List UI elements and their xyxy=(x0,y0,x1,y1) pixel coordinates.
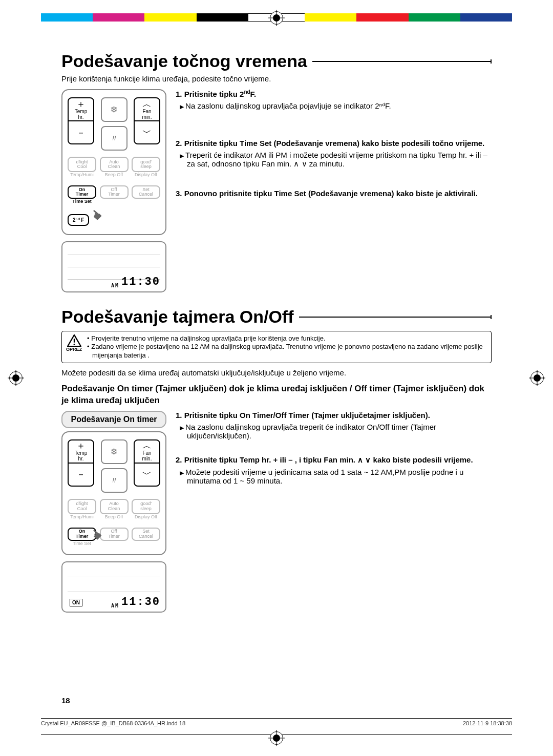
panel-on-timer-label: Podešavanje On timer xyxy=(61,411,166,428)
registration-mark-top xyxy=(270,11,283,25)
lcd-time-value: 11:30 xyxy=(121,596,160,608)
remote-illustration-2: ＋ Temphr. － ❄ 〃 ︿Fanmin. ﹀ xyxy=(61,431,166,555)
lcd-display-1: AM 11:30 xyxy=(61,241,166,292)
caution-label: OPREZ xyxy=(66,347,82,352)
swing-icon: 〃 xyxy=(110,134,119,143)
svg-point-1 xyxy=(73,344,75,345)
auto-clean-button: AutoClean xyxy=(100,499,129,514)
chevron-down-icon: ﹀ xyxy=(142,470,152,479)
auto-clean-button: AutoClean xyxy=(100,157,129,172)
footer-timestamp: 2012-11-9 18:38:38 xyxy=(463,720,512,726)
lcd-am-label: AM xyxy=(111,283,119,288)
mode-button: ❄ xyxy=(101,97,127,122)
temp-plus-button: ＋ Temphr. xyxy=(68,97,94,121)
temp-minus-button: － xyxy=(68,121,94,144)
page-number: 18 xyxy=(61,696,70,705)
fan-mode-icon: ❄ xyxy=(110,105,118,114)
footer-metadata: Crystal EU_AR09FSSE @_IB_DB68-03364A_HR.… xyxy=(41,718,512,726)
fan-up-button: ︿Fanmin. xyxy=(134,439,160,463)
registration-mark-right xyxy=(530,371,544,385)
swing-button: 〃 xyxy=(101,468,127,493)
pointing-hand-icon: ☚ xyxy=(87,205,106,225)
set-cancel-button: SetCancel xyxy=(132,185,160,199)
fan-mode-icon: ❄ xyxy=(110,447,118,456)
temp-minus-button: － xyxy=(68,463,94,487)
chevron-up-icon: ︿ xyxy=(142,99,152,109)
warning-icon xyxy=(67,334,81,347)
time-set-label: Time Set xyxy=(68,199,96,204)
off-timer-button: OffTimer xyxy=(100,185,129,199)
caution-item: Zadano vrijeme je postavljeno na 12 AM n… xyxy=(87,343,486,360)
set-cancel-button: SetCancel xyxy=(132,528,160,541)
dlight-cool-button: d'lightCool xyxy=(68,157,96,172)
swing-icon: 〃 xyxy=(110,476,119,485)
registration-mark-left xyxy=(9,371,23,385)
chevron-down-icon: ﹀ xyxy=(142,128,152,137)
mode-button: ❄ xyxy=(101,439,127,464)
temp-plus-button: ＋ Temphr. xyxy=(68,439,94,463)
good-sleep-button: good'sleep xyxy=(132,157,160,172)
fan-down-button: ﹀ xyxy=(134,121,160,144)
caution-item: Provjerite trenutno vrijeme na daljinsko… xyxy=(87,334,486,343)
caution-box: OPREZ Provjerite trenutno vrijeme na dal… xyxy=(61,331,492,363)
registration-mark-bottom xyxy=(270,731,283,745)
fan-up-button: ︿ Fanmin. xyxy=(134,97,160,121)
lcd-display-2: ON AM 11:30 xyxy=(61,561,166,613)
lcd-am-label: AM xyxy=(111,603,119,608)
footer-filename: Crystal EU_AR09FSSE @_IB_DB68-03364A_HR.… xyxy=(41,720,185,726)
intro-timer: Možete podesiti da se klima uređaj autom… xyxy=(61,368,492,377)
remote-illustration-1: ＋ Temphr. － ❄ 〃 ︿ Fanmin. ﹀ xyxy=(61,89,166,235)
lcd-time-value: 11:30 xyxy=(121,276,160,288)
steps-timer: 1. Pritisnite tipku On Timer/Off Timer (… xyxy=(176,411,492,485)
swing-button: 〃 xyxy=(101,126,127,151)
steps-set-time: 1. Pritisnite tipku 2ndF. Na zaslonu dal… xyxy=(176,89,492,198)
on-timer-button: OnTimer xyxy=(68,185,96,199)
2ndf-button: 2ⁿᵈ F xyxy=(68,214,89,226)
good-sleep-button: good'sleep xyxy=(132,499,160,514)
chevron-up-icon: ︿ xyxy=(142,441,152,450)
sub-heading-timer: Podešavanje On timer (Tajmer uključen) d… xyxy=(61,383,492,407)
lcd-on-badge: ON xyxy=(70,599,82,606)
intro-set-time: Prije korištenja funkcije klima uređaja,… xyxy=(61,74,492,83)
dlight-cool-button: d'lightCool xyxy=(68,499,96,514)
heading-set-time: Podešavanje točnog vremena xyxy=(61,51,492,71)
fan-down-button: ﹀ xyxy=(134,463,160,487)
heading-timer-onoff: Podešavanje tajmera On/Off xyxy=(61,307,492,327)
